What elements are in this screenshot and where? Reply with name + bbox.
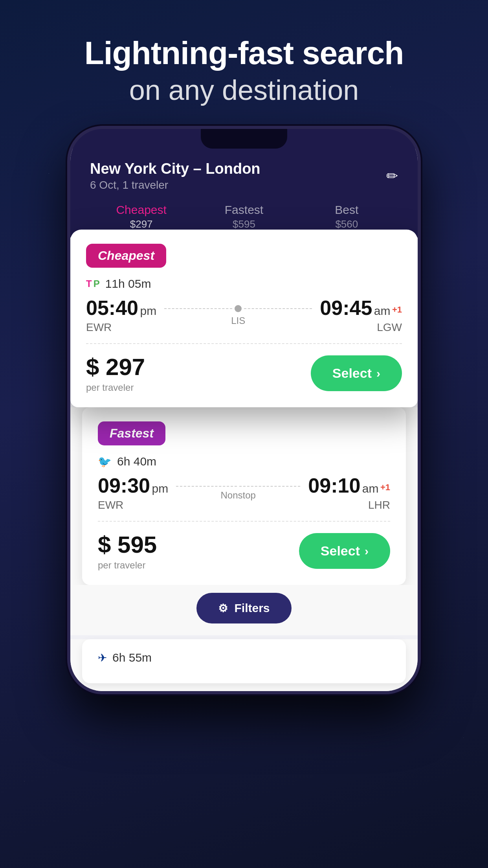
phone-frame: New York City – London 6 Oct, 1 traveler…	[67, 126, 421, 694]
phone-notch	[201, 129, 287, 149]
filters-button[interactable]: ⚙ Filters	[196, 593, 291, 623]
flight-card-third: ✈ 6h 55m	[82, 639, 406, 683]
airline-row-third: ✈ 6h 55m	[98, 651, 390, 664]
path-line	[164, 305, 312, 312]
edit-icon[interactable]: ✏	[386, 168, 398, 184]
cards-area: Cheapest T P 11h 05m 05:40 pm	[70, 230, 418, 691]
select-arrow-fastest: ›	[365, 544, 369, 558]
flight-card-cheapest: Cheapest T P 11h 05m 05:40 pm	[70, 230, 418, 407]
tab-best-label: Best	[295, 203, 398, 217]
route-subtitle: 6 Oct, 1 traveler	[90, 179, 261, 191]
airline-logo-ib: 🐦	[98, 455, 112, 468]
airline-row-fastest: 🐦 6h 40m	[98, 455, 390, 468]
nonstop-label: Nonstop	[221, 490, 256, 501]
stopover-cheapest: LIS	[231, 315, 245, 326]
flight-times-fastest: 09:30 pm EWR Nonstop	[98, 475, 390, 511]
select-button-cheapest[interactable]: Select ›	[311, 355, 402, 391]
tab-cheapest-label: Cheapest	[90, 203, 193, 217]
tab-cheapest-price: $297	[90, 218, 193, 230]
logo-t: T	[86, 278, 92, 289]
hero-subtitle: on any destination	[0, 74, 488, 106]
arrival-fastest: 09:10 am +1 LHR	[308, 475, 390, 511]
price-main-cheapest: $ 297	[86, 353, 145, 381]
arrival-airport-cheapest: LGW	[320, 321, 402, 334]
departure-airport-cheapest: EWR	[86, 321, 156, 334]
iberia-icon: 🐦	[98, 455, 112, 468]
fastest-badge: Fastest	[98, 421, 165, 445]
route-title: New York City – London	[90, 160, 261, 177]
path-left-fastest	[176, 486, 237, 487]
path-line-fastest	[176, 486, 300, 487]
price-block-fastest: $ 595 per traveler	[98, 531, 157, 571]
departure-time-cheapest: 05:40 pm	[86, 298, 156, 318]
airline-logo-tp: T P	[86, 278, 100, 289]
duration-fastest: 6h 40m	[117, 455, 156, 468]
departure-cheapest: 05:40 pm EWR	[86, 298, 156, 334]
flight-times-cheapest: 05:40 pm EWR LIS	[86, 298, 402, 334]
departure-time-fastest: 09:30 pm	[98, 475, 168, 496]
tab-best-price: $560	[295, 218, 398, 230]
phone-mockup: New York City – London 6 Oct, 1 traveler…	[0, 126, 488, 694]
card-divider-cheapest	[86, 343, 402, 344]
departure-airport-fastest: EWR	[98, 499, 168, 511]
arrival-cheapest: 09:45 am +1 LGW	[320, 298, 402, 334]
price-select-fastest: $ 595 per traveler Select ›	[98, 531, 390, 571]
airline-row-cheapest: T P 11h 05m	[86, 277, 402, 291]
price-label-cheapest: per traveler	[86, 382, 145, 393]
duration-third: 6h 55m	[112, 651, 152, 664]
arrival-time-cheapest: 09:45 am +1	[320, 298, 402, 318]
arrival-airport-fastest: LHR	[308, 499, 390, 511]
path-stop	[235, 305, 242, 312]
tab-fastest-label: Fastest	[193, 203, 295, 217]
flight-card-fastest: Fastest 🐦 6h 40m 09:30 pm	[82, 407, 406, 585]
flight-path-fastest: Nonstop	[168, 486, 308, 501]
price-select-cheapest: $ 297 per traveler Select ›	[86, 353, 402, 393]
tab-fastest-price: $595	[193, 218, 295, 230]
phone-inner: New York City – London 6 Oct, 1 traveler…	[70, 149, 418, 691]
airline-logo-lh: ✈	[98, 651, 107, 664]
logo-p: P	[94, 278, 100, 289]
phone-header: New York City – London 6 Oct, 1 traveler…	[70, 149, 418, 237]
flight-path-cheapest: LIS	[156, 305, 320, 326]
hero-section: Lightning-fast search on any destination	[0, 0, 488, 126]
filter-icon: ⚙	[218, 602, 228, 615]
filters-bar: ⚙ Filters	[70, 585, 418, 635]
price-main-fastest: $ 595	[98, 531, 157, 558]
path-right-fastest	[239, 486, 300, 487]
route-info: New York City – London 6 Oct, 1 traveler	[90, 160, 261, 191]
card-divider-fastest	[98, 521, 390, 522]
price-label-fastest: per traveler	[98, 560, 157, 571]
path-right	[244, 308, 312, 309]
path-left	[164, 308, 232, 309]
third-card-partial: ✈ 6h 55m	[70, 639, 418, 691]
departure-fastest: 09:30 pm EWR	[98, 475, 168, 511]
hero-title: Lightning-fast search	[0, 35, 488, 71]
select-button-fastest[interactable]: Select ›	[299, 533, 390, 569]
arrival-time-fastest: 09:10 am +1	[308, 475, 390, 496]
select-arrow-cheapest: ›	[376, 367, 380, 380]
cheapest-badge: Cheapest	[86, 244, 166, 268]
route-row: New York City – London 6 Oct, 1 traveler…	[90, 160, 398, 191]
second-card-wrapper: Fastest 🐦 6h 40m 09:30 pm	[70, 407, 418, 585]
price-block-cheapest: $ 297 per traveler	[86, 353, 145, 393]
duration-cheapest: 11h 05m	[105, 277, 151, 291]
